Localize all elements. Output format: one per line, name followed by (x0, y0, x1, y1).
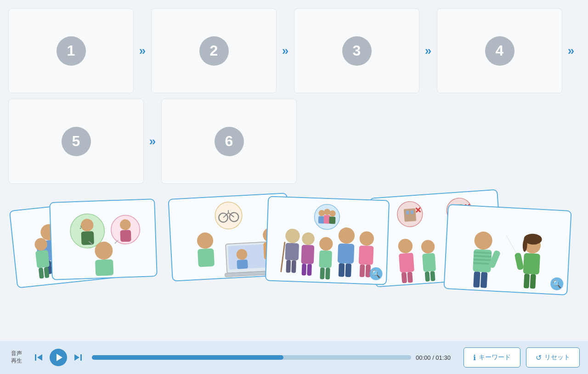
story-card-2[interactable]: 2 (151, 8, 277, 93)
svg-rect-96 (430, 271, 435, 281)
story-card-3[interactable]: 3 (294, 8, 419, 93)
svg-rect-74 (359, 245, 374, 265)
svg-rect-62 (301, 245, 314, 264)
svg-rect-57 (285, 243, 299, 261)
svg-rect-68 (325, 268, 330, 280)
scattered-section: ♪ (5, 191, 583, 320)
svg-rect-75 (360, 264, 365, 277)
story-card-5[interactable]: 5 (8, 99, 144, 184)
card-number-2: 2 (199, 36, 229, 66)
svg-rect-12 (35, 250, 50, 268)
svg-rect-71 (339, 263, 345, 277)
progress-fill (92, 355, 283, 360)
svg-rect-58 (286, 260, 291, 273)
story-card-1[interactable]: 1 (8, 8, 134, 93)
card-number-4: 4 (485, 36, 514, 66)
svg-rect-95 (425, 272, 430, 282)
arrow-4 (562, 44, 580, 58)
scene-card-2[interactable]: ♪ (49, 198, 158, 280)
svg-rect-44 (237, 260, 248, 269)
arrow-2 (277, 44, 294, 58)
card-number-1: 1 (57, 36, 86, 66)
svg-marker-123 (74, 354, 79, 361)
transport-controls (31, 349, 85, 366)
svg-rect-94 (422, 253, 436, 272)
arrow-1 (134, 44, 151, 58)
svg-rect-91 (401, 272, 407, 283)
svg-rect-22 (81, 231, 94, 245)
svg-rect-90 (399, 253, 414, 272)
progress-container: 00:00 / 01:30 (92, 354, 457, 361)
svg-rect-122 (80, 354, 82, 361)
reset-button[interactable]: ↺ リセット (526, 347, 580, 368)
svg-rect-119 (35, 354, 36, 361)
svg-rect-115 (524, 274, 530, 289)
arrow-3 (419, 44, 437, 58)
card-number-6: 6 (215, 127, 244, 156)
svg-rect-40 (198, 248, 215, 267)
svg-rect-70 (338, 244, 355, 264)
audio-label: 音声 再生 (8, 350, 25, 364)
time-display: 00:00 / 01:30 (416, 354, 457, 361)
svg-rect-66 (319, 250, 332, 268)
card-number-3: 3 (342, 36, 372, 66)
right-buttons: ℹ キーワード ↺ リセット (464, 347, 580, 368)
svg-marker-121 (57, 354, 62, 361)
bottom-bar: 音声 再生 00:00 / 01:30 ℹ (0, 341, 588, 374)
story-row-1: 1 2 3 4 (8, 8, 580, 93)
svg-rect-81 (411, 210, 413, 214)
svg-rect-92 (407, 272, 413, 283)
skip-forward-button[interactable] (71, 350, 85, 365)
story-card-4[interactable]: 4 (437, 8, 562, 93)
keyword-button-label: キーワード (479, 353, 511, 362)
story-row-2: 5 6 (8, 99, 580, 184)
scene-card-4[interactable]: 🔍 (265, 196, 390, 285)
svg-rect-72 (345, 263, 351, 277)
story-card-6[interactable]: 6 (161, 99, 297, 184)
card-number-5: 5 (62, 127, 91, 156)
svg-rect-67 (320, 267, 325, 279)
svg-rect-55 (329, 216, 335, 224)
svg-rect-114 (523, 253, 541, 275)
progress-bar[interactable] (92, 355, 411, 360)
svg-rect-26 (120, 230, 131, 242)
reset-icon: ↺ (536, 353, 542, 362)
svg-rect-116 (530, 274, 536, 289)
svg-text:♪: ♪ (79, 223, 82, 230)
skip-back-button[interactable] (31, 350, 46, 365)
svg-rect-59 (291, 260, 296, 273)
svg-rect-28 (95, 259, 113, 276)
svg-rect-64 (307, 264, 312, 276)
svg-rect-79 (404, 208, 416, 221)
svg-rect-108 (473, 272, 480, 288)
keyword-icon: ℹ (473, 353, 476, 362)
svg-rect-80 (406, 210, 409, 214)
scene-card-6[interactable]: 🔍 (443, 204, 571, 295)
svg-marker-120 (37, 354, 42, 361)
arrow-5 (144, 134, 161, 148)
svg-rect-63 (301, 264, 306, 276)
keyword-button[interactable]: ℹ キーワード (464, 347, 520, 368)
reset-button-label: リセット (544, 353, 570, 362)
svg-rect-109 (481, 272, 487, 288)
play-button[interactable] (50, 349, 67, 366)
svg-rect-42 (228, 244, 270, 269)
